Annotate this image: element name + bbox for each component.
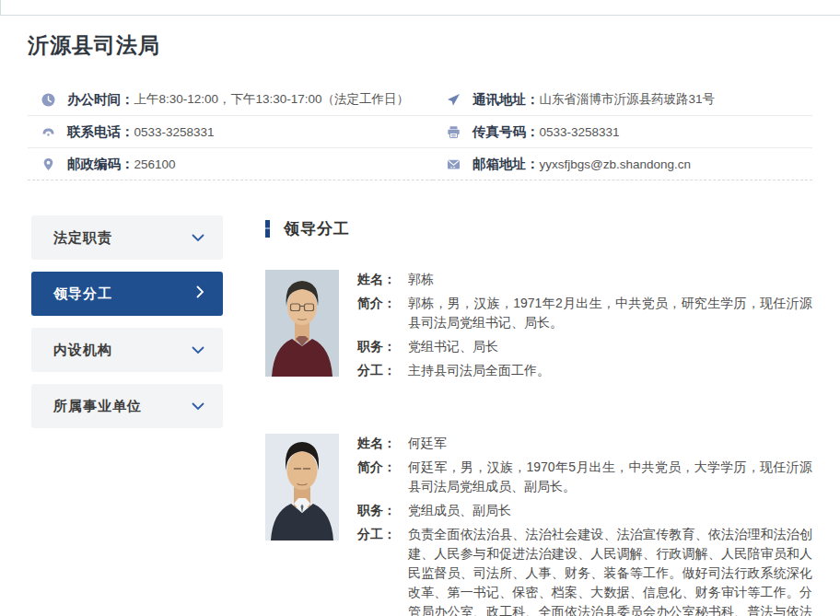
chevron-down-icon [192,342,204,358]
duty-row: 分工： 负责全面依法治县、法治社会建设、法治宣传教育、依法治理和法治创建、人民参… [357,525,812,616]
leader-photo [265,270,339,377]
chevron-down-icon [192,229,204,246]
sidebar-item-label: 所属事业单位 [53,398,142,415]
section-title: 领导分工 [284,218,350,239]
name-value: 何廷军 [408,434,447,453]
leader-photo [265,434,339,540]
bio-row: 简介： 何廷军，男，汉族，1970年5月出生，中共党员，大学学历，现任沂源县司法… [357,458,812,496]
leader-profile: 姓名： 郭栋 简介： 郭栋，男，汉族，1971年2月出生，中共党员，研究生学历，… [265,270,812,385]
sidebar-item-internal-organs[interactable]: 内设机构 [31,328,223,372]
duty-label: 分工： [357,361,408,380]
phone-label: 联系电话： [67,123,134,141]
content-layout: 法定职责 领导分工 内设机构 所属事业单位 领导分工 [31,215,812,616]
duty-value: 负责全面依法治县、法治社会建设、法治宣传教育、依法治理和法治创建、人民参与和促进… [408,525,812,616]
section-header: 领导分工 [265,218,812,238]
postal-code-label: 邮政编码： [67,156,134,173]
fax-value: 0533-3258331 [540,125,620,139]
office-hours-value: 上午8:30-12:00，下午13:30-17:00（法定工作日） [134,91,410,108]
postal-code-row: 邮政编码： 256100 [28,148,433,180]
address-value: 山东省淄博市沂源县药玻路31号 [540,91,716,108]
name-row: 姓名： 郭栋 [357,270,812,289]
sidebar-item-label: 内设机构 [53,342,112,359]
top-divider [0,0,840,16]
bio-label: 简介： [357,294,408,332]
name-value: 郭栋 [408,270,434,289]
fax-icon [447,125,461,139]
name-row: 姓名： 何廷军 [357,434,812,453]
chevron-right-icon [196,285,204,302]
email-row: 邮箱地址： yyxsfjbgs@zb.shandong.cn [433,148,812,180]
sidebar-item-statutory-duties[interactable]: 法定职责 [31,215,223,260]
address-label: 通讯地址： [472,91,540,109]
position-row: 职务： 党组书记、局长 [357,337,812,356]
sidebar-menu: 法定职责 领导分工 内设机构 所属事业单位 [31,215,223,440]
bio-value: 郭栋，男，汉族，1971年2月出生，中共党员，研究生学历，现任沂源县司法局党组书… [408,294,812,332]
main-content: 领导分工 [265,215,812,616]
phone-value: 0533-3258331 [134,125,215,139]
email-label: 邮箱地址： [472,156,540,173]
office-hours-label: 办公时间： [67,91,134,109]
location-icon [41,157,55,171]
navigation-icon [447,93,461,107]
leader-profile: 姓名： 何廷军 简介： 何廷军，男，汉族，1970年5月出生，中共党员，大学学历… [265,434,812,616]
postal-code-value: 256100 [134,157,176,171]
bio-value: 何廷军，男，汉族，1970年5月出生，中共党员，大学学历，现任沂源县司法局党组成… [408,458,812,496]
mail-icon [447,157,461,171]
phone-icon [41,125,55,139]
duty-row: 分工： 主持县司法局全面工作。 [357,361,812,380]
contact-info-panel: 办公时间： 上午8:30-12:00，下午13:30-17:00（法定工作日） … [28,84,812,180]
duty-label: 分工： [357,525,408,616]
position-row: 职务： 党组成员、副局长 [357,501,812,520]
office-hours-row: 办公时间： 上午8:30-12:00，下午13:30-17:00（法定工作日） [28,84,433,116]
leader-fields: 姓名： 何廷军 简介： 何廷军，男，汉族，1970年5月出生，中共党员，大学学历… [357,434,812,616]
leader-fields: 姓名： 郭栋 简介： 郭栋，男，汉族，1971年2月出生，中共党员，研究生学历，… [357,270,812,385]
duty-value: 主持县司法局全面工作。 [408,361,550,380]
position-label: 职务： [357,501,408,520]
sidebar-item-label: 领导分工 [53,285,112,303]
position-label: 职务： [357,337,408,356]
page-title: 沂源县司法局 [28,31,840,60]
position-value: 党组书记、局长 [408,337,498,356]
bio-label: 简介： [357,458,408,496]
clock-icon [41,93,55,107]
phone-row: 联系电话： 0533-3258331 [28,116,433,148]
name-label: 姓名： [357,270,408,289]
sidebar-item-affiliated-institutions[interactable]: 所属事业单位 [31,384,223,428]
fax-label: 传真号码： [472,123,540,141]
name-label: 姓名： [357,434,408,453]
sidebar-item-leadership-division[interactable]: 领导分工 [31,272,223,316]
bio-row: 简介： 郭栋，男，汉族，1971年2月出生，中共党员，研究生学历，现任沂源县司法… [357,294,812,332]
email-value: yyxsfjbgs@zb.shandong.cn [540,157,692,171]
address-row: 通讯地址： 山东省淄博市沂源县药玻路31号 [433,84,812,116]
fax-row: 传真号码： 0533-3258331 [433,116,812,148]
section-accent-bar-icon [265,220,270,238]
sidebar-item-label: 法定职责 [53,229,112,247]
position-value: 党组成员、副局长 [408,501,511,520]
chevron-down-icon [192,398,204,414]
